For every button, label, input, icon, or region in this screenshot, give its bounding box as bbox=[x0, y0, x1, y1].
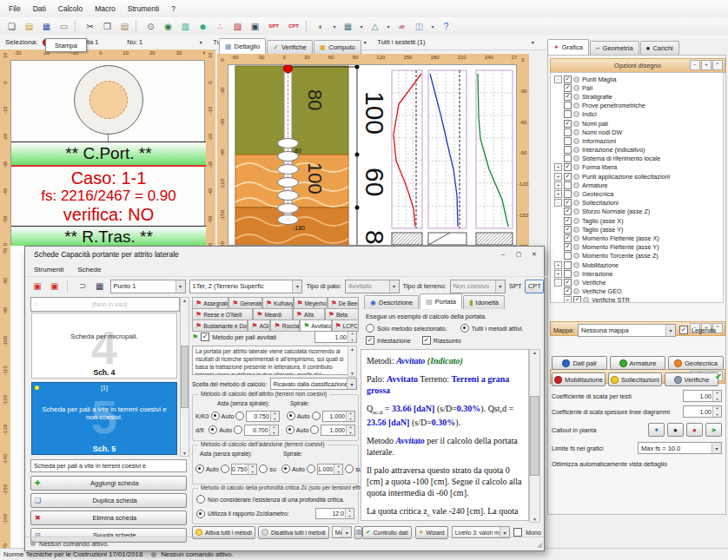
tree-item[interactable]: ✓Stratigrafie bbox=[553, 92, 723, 101]
tree-checkbox[interactable] bbox=[564, 252, 572, 260]
su-radio[interactable] bbox=[259, 464, 268, 473]
method-tab-lcpc[interactable]: ⚑LCPC bbox=[332, 320, 359, 332]
nodes-icon[interactable]: △ bbox=[367, 18, 383, 34]
tree-item[interactable]: ✓Sforzo Normale (asse Z) bbox=[553, 208, 723, 216]
tree-item[interactable]: Informazioni bbox=[553, 136, 723, 145]
tree-checkbox[interactable]: ✓ bbox=[564, 163, 572, 171]
method-tab-roccia[interactable]: ⚑Roccia bbox=[270, 320, 300, 332]
method-description[interactable]: La portata per attrito laterale viene ca… bbox=[192, 346, 357, 375]
report-scrollbar[interactable]: ▲▼ bbox=[529, 349, 540, 523]
cpt-button[interactable]: CPT bbox=[525, 280, 544, 293]
expand-icon[interactable]: + bbox=[554, 173, 562, 181]
tree-checkbox[interactable]: ✓ bbox=[564, 226, 572, 234]
value-radio[interactable] bbox=[310, 425, 319, 434]
tree-checkbox[interactable] bbox=[564, 181, 572, 189]
collapse-icon[interactable]: ^ bbox=[712, 60, 723, 70]
button-eliminascheda[interactable]: ✖Elimina scheda bbox=[30, 511, 187, 525]
punto-combo[interactable]: Punto 1▾ bbox=[110, 280, 186, 293]
link-icon[interactable]: ⊃ bbox=[76, 279, 89, 294]
tree-checkbox[interactable]: ✓ bbox=[564, 287, 572, 295]
tree-item[interactable]: ✓Momento Flettente (asse X) bbox=[553, 234, 723, 242]
limite-combo[interactable]: Max fs = 10.0▾ bbox=[638, 442, 722, 454]
maximize-icon[interactable]: ▢ bbox=[513, 249, 525, 259]
mappa-combo[interactable]: Nessuna mappa▾ bbox=[578, 324, 676, 337]
kk0-spirale-spinner[interactable]: 1.000▴▾ bbox=[322, 411, 355, 422]
tree-item[interactable]: Interazione (indicativo) bbox=[553, 146, 723, 155]
method-tab-meardi[interactable]: ⚑Meardi bbox=[253, 308, 293, 320]
tree-item[interactable]: Nomi nodi DW bbox=[553, 128, 723, 136]
method-tab-assegnato[interactable]: ⚑Assegnato bbox=[192, 297, 228, 309]
card-sch5-selected[interactable]: 5 [1] Scheda per pali a vite in terreni … bbox=[31, 382, 177, 455]
grid-icon[interactable]: ▦ bbox=[340, 18, 356, 34]
tree-checkbox[interactable]: ✓ bbox=[564, 199, 572, 207]
expand-icon[interactable]: + bbox=[554, 261, 562, 269]
method-tab-meyerhof[interactable]: ⚑Meyerhof bbox=[294, 297, 328, 309]
user-icon[interactable]: ☻ bbox=[195, 18, 211, 34]
plan-canvas[interactable]: ** C.Port. ** Caso: 1-1 fs: 2216/2467 = … bbox=[10, 60, 205, 246]
image-icon[interactable]: ▣ bbox=[247, 18, 263, 34]
close-icon[interactable]: ✕ bbox=[528, 249, 540, 259]
tree-item[interactable]: +Interazione bbox=[553, 269, 723, 278]
ottimizza-label[interactable]: Ottimizza automaticamente vista dettagli… bbox=[552, 460, 667, 468]
mono-checkbox[interactable] bbox=[513, 528, 522, 537]
tree-item[interactable]: ✓Taglio (asse Y) bbox=[553, 225, 723, 234]
spt-button[interactable]: SPT bbox=[509, 282, 522, 290]
tree-item[interactable]: Prove penetrometriche bbox=[553, 102, 723, 110]
riassunto-checkbox[interactable]: ✓ bbox=[422, 336, 431, 345]
zc-spinner[interactable]: 12.0▴▾ bbox=[315, 508, 354, 519]
tab-grafica[interactable]: ✦Grafica bbox=[547, 39, 589, 55]
method-tab-bustamanteedoix[interactable]: ⚑Bustamante e Doix bbox=[192, 320, 248, 332]
cut-icon[interactable]: ✂ bbox=[82, 18, 98, 34]
tree-checkbox[interactable]: ✓ bbox=[564, 84, 572, 92]
value-radio[interactable] bbox=[221, 464, 229, 473]
adesione-spirale-spinner[interactable]: 1.000▴▾ bbox=[317, 464, 344, 475]
menu-item-calcolo[interactable]: Calcolo bbox=[58, 4, 83, 13]
sphere-icon[interactable]: ◐ bbox=[313, 18, 329, 34]
quick-button-armature[interactable]: Armature bbox=[610, 356, 665, 370]
su-radio[interactable] bbox=[345, 464, 354, 473]
intestazione-checkbox[interactable]: ✓ bbox=[366, 336, 374, 345]
tab-carichi[interactable]: ●Carichi bbox=[640, 41, 679, 55]
callout-green-icon[interactable]: ➤ bbox=[705, 423, 722, 437]
cpt-icon[interactable]: CPT bbox=[284, 18, 303, 34]
coeff-testi-spinner[interactable]: 1.00▴▾ bbox=[683, 390, 722, 402]
method-tab-debeer[interactable]: ⚑De Beer bbox=[328, 297, 359, 309]
report-text[interactable]: Metodi: Avvitato (Indicato) Palo: Avvita… bbox=[361, 349, 529, 521]
expand-icon[interactable]: + bbox=[554, 270, 562, 278]
tree-item[interactable]: ✓Pali bbox=[553, 83, 723, 92]
tree-checkbox[interactable]: ✓ bbox=[564, 279, 572, 287]
caret-icon[interactable]: ▾ bbox=[330, 18, 339, 34]
tree-item[interactable]: -✓Verifiche bbox=[553, 278, 723, 287]
expand-icon[interactable]: - bbox=[554, 76, 562, 83]
expand-icon[interactable]: - bbox=[554, 199, 562, 207]
tree-item[interactable]: Sistema di riferimento locale bbox=[553, 155, 723, 163]
method-tab-alfa[interactable]: ⚑Alfa bbox=[293, 308, 325, 320]
auto-radio[interactable] bbox=[281, 464, 290, 473]
tree-checkbox[interactable]: ✓ bbox=[564, 234, 572, 242]
tree-checkbox[interactable] bbox=[564, 110, 572, 118]
new-file-icon[interactable]: ❏ bbox=[3, 18, 20, 34]
expand-icon[interactable]: + bbox=[554, 190, 562, 198]
plan-view-panel[interactable]: 100-10-20-30-40-50-60 -30-20-10010203040… bbox=[0, 49, 215, 246]
tree-checkbox[interactable]: ✓ bbox=[564, 217, 572, 225]
caret-icon[interactable]: ▾ bbox=[384, 18, 393, 34]
method-enable-checkbox[interactable]: ✓ bbox=[201, 333, 209, 341]
value-radio[interactable] bbox=[307, 464, 315, 473]
kk0-asta-spinner[interactable]: 0.750▴▾ bbox=[246, 411, 279, 422]
detail-canvas[interactable]: 80 100 -80 -180 100 60 8 bbox=[228, 64, 517, 246]
quick-button-verifiche[interactable]: Verifiche bbox=[665, 372, 718, 386]
print-icon[interactable]: ▭ bbox=[56, 18, 72, 34]
value-radio[interactable] bbox=[235, 412, 244, 420]
tree-checkbox[interactable] bbox=[564, 128, 572, 136]
tree-item[interactable]: +✓Verifiche STR bbox=[553, 296, 723, 303]
quick-button-datipali[interactable]: Dati pali bbox=[552, 356, 607, 370]
tree-checkbox[interactable] bbox=[564, 102, 572, 109]
expand-icon[interactable]: - bbox=[554, 279, 562, 287]
method-tab-agi[interactable]: ⚑AGI bbox=[248, 320, 270, 332]
dialog-titlebar[interactable]: Schede Capacità portante per attrito lat… bbox=[25, 247, 544, 262]
tree-item[interactable]: Momento Torcente (asse Z) bbox=[553, 252, 723, 260]
globe-icon[interactable]: ◉ bbox=[160, 18, 176, 34]
scelta-combo[interactable]: Ricavato dalla classificazione del terre… bbox=[270, 378, 357, 390]
auto-radio[interactable] bbox=[208, 425, 217, 434]
card-red-icon[interactable]: ▣ bbox=[30, 279, 44, 294]
